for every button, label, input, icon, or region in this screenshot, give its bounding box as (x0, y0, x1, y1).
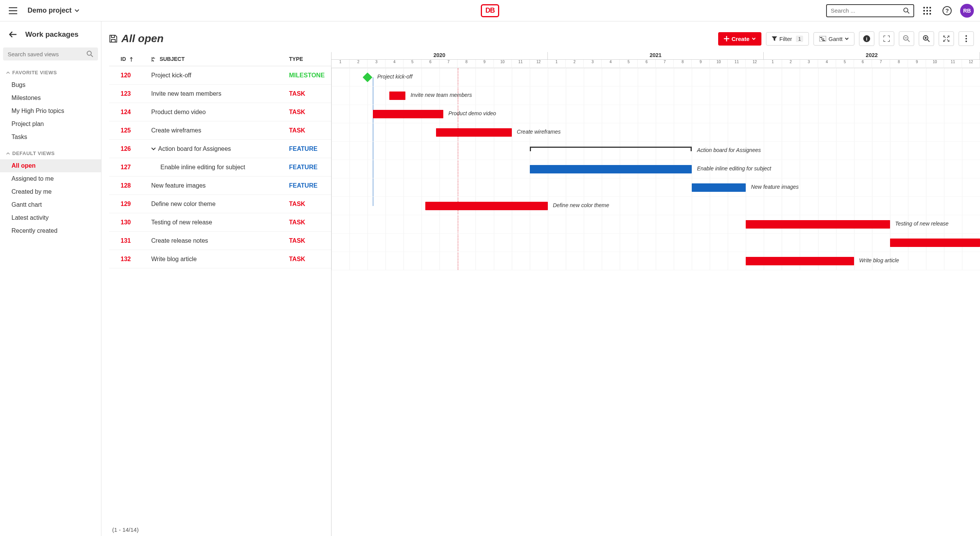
filter-button[interactable]: Filter 1 (766, 32, 809, 46)
gantt-bar[interactable] (436, 128, 512, 137)
sidebar-search[interactable] (3, 47, 98, 60)
gantt-bar[interactable] (425, 202, 548, 210)
cell-type: TASK (289, 109, 331, 116)
sidebar-item[interactable]: Tasks (0, 131, 101, 144)
gantt-bar[interactable] (746, 257, 854, 265)
hamburger-menu-icon[interactable] (6, 4, 20, 18)
zen-mode-button[interactable] (879, 31, 894, 46)
gantt-month-cell: 7 (439, 60, 457, 68)
table-row[interactable]: 120Project kick-offMILESTONE (109, 66, 331, 85)
cell-subject[interactable]: Create release notes (151, 237, 289, 244)
sidebar-item[interactable]: Gantt chart (0, 198, 101, 211)
sidebar-item[interactable]: Milestones (0, 92, 101, 105)
svg-point-12 (87, 51, 91, 56)
table-row[interactable]: 124Product demo videoTASK (109, 103, 331, 121)
cell-id[interactable]: 123 (109, 90, 151, 97)
gantt-row: Enable inline editing for subject (332, 160, 980, 178)
sidebar-section-default[interactable]: DEFAULT VIEWS (0, 147, 101, 159)
back-arrow-icon[interactable] (6, 28, 20, 41)
gantt-month-cell: 10 (710, 60, 728, 68)
subject-text: Create wireframes (151, 127, 201, 134)
table-row[interactable]: 131Create release notesTASK (109, 232, 331, 250)
gantt-milestone[interactable] (363, 72, 372, 82)
column-header-subject[interactable]: SUBJECT (151, 56, 289, 62)
cell-id[interactable]: 128 (109, 182, 151, 189)
more-menu-button[interactable] (959, 31, 974, 46)
table-row[interactable]: 127Enable inline editing for subjectFEAT… (109, 158, 331, 176)
gantt-bar[interactable] (746, 220, 890, 229)
zoom-in-button[interactable] (919, 31, 934, 46)
save-icon[interactable] (109, 34, 118, 43)
table-row[interactable]: 129Define new color themeTASK (109, 195, 331, 213)
view-mode-button[interactable]: Gantt (813, 32, 854, 46)
expand-toggle-icon[interactable] (151, 147, 156, 150)
sidebar-item[interactable]: Assigned to me (0, 172, 101, 185)
sidebar-item[interactable]: All open (0, 159, 101, 172)
column-header-type[interactable]: TYPE (289, 56, 331, 62)
create-button[interactable]: Create (718, 32, 761, 46)
gantt-chart[interactable]: 202020212022 123456789101112123456789101… (331, 52, 980, 536)
gantt-bar[interactable] (890, 239, 980, 247)
gantt-group-bar[interactable] (530, 147, 692, 150)
fullscreen-button[interactable] (939, 31, 954, 46)
svg-rect-5 (926, 10, 928, 11)
sidebar-item[interactable]: Bugs (0, 78, 101, 92)
project-selector[interactable]: Demo project (28, 7, 79, 15)
global-search-input[interactable] (831, 7, 903, 14)
sidebar-search-input[interactable] (8, 51, 87, 57)
sidebar-item[interactable]: Project plan (0, 118, 101, 131)
table-row[interactable]: 132Write blog articleTASK (109, 250, 331, 268)
subject-text: Project kick-off (151, 72, 191, 79)
sidebar-item[interactable]: Recently created (0, 224, 101, 237)
table-row[interactable]: 125Create wireframesTASK (109, 121, 331, 140)
sidebar-item[interactable]: Created by me (0, 185, 101, 198)
info-button[interactable]: i (859, 31, 874, 46)
cell-id[interactable]: 130 (109, 219, 151, 226)
cell-subject[interactable]: Write blog article (151, 256, 289, 263)
gantt-bar[interactable] (530, 165, 692, 173)
app-header: Demo project DB ? RB (0, 0, 980, 21)
gantt-month-cell: 4 (602, 60, 620, 68)
gantt-month-cell: 4 (385, 60, 403, 68)
cell-subject[interactable]: Testing of new release (151, 219, 289, 226)
gantt-bar[interactable] (692, 183, 746, 192)
table-row[interactable]: 123Invite new team membersTASK (109, 85, 331, 103)
user-avatar[interactable]: RB (960, 4, 974, 18)
cell-subject[interactable]: New feature images (151, 182, 289, 189)
caret-down-icon (752, 38, 756, 40)
cell-id[interactable]: 129 (109, 201, 151, 208)
table-row[interactable]: 130Testing of new releaseTASK (109, 213, 331, 232)
gantt-bar[interactable] (389, 92, 405, 100)
cell-subject[interactable]: Define new color theme (151, 201, 289, 208)
cell-subject[interactable]: Create wireframes (151, 127, 289, 134)
cell-subject[interactable]: Enable inline editing for subject (151, 164, 289, 171)
sidebar-section-favorite[interactable]: FAVORITE VIEWS (0, 67, 101, 78)
cell-id[interactable]: 126 (109, 145, 151, 152)
svg-rect-6 (929, 10, 931, 11)
cell-id[interactable]: 125 (109, 127, 151, 134)
cell-subject[interactable]: Product demo video (151, 109, 289, 116)
cell-id[interactable]: 124 (109, 109, 151, 116)
app-grid-icon[interactable] (920, 4, 934, 18)
cell-id[interactable]: 132 (109, 256, 151, 263)
table-row[interactable]: 126Action board for AssigneesFEATURE (109, 140, 331, 158)
sidebar-item[interactable]: Latest activity (0, 211, 101, 224)
cell-subject[interactable]: Project kick-off (151, 72, 289, 79)
gantt-row: Product demo video (332, 105, 980, 123)
column-header-id[interactable]: ID (109, 56, 151, 62)
cell-subject[interactable]: Action board for Assignees (151, 145, 289, 152)
global-search[interactable] (826, 4, 914, 17)
svg-rect-9 (929, 13, 931, 15)
gantt-year-label: 2020 (332, 52, 548, 59)
cell-id[interactable]: 120 (109, 72, 151, 79)
zoom-out-icon (903, 35, 910, 42)
gantt-bar[interactable] (373, 110, 443, 118)
cell-subject[interactable]: Invite new team members (151, 90, 289, 97)
sidebar-item[interactable]: My High Prio topics (0, 105, 101, 118)
table-row[interactable]: 128New feature imagesFEATURE (109, 176, 331, 195)
zoom-out-button[interactable] (899, 31, 914, 46)
cell-id[interactable]: 131 (109, 237, 151, 244)
help-icon[interactable]: ? (940, 4, 954, 18)
svg-text:?: ? (945, 7, 949, 14)
cell-id[interactable]: 127 (109, 164, 151, 171)
